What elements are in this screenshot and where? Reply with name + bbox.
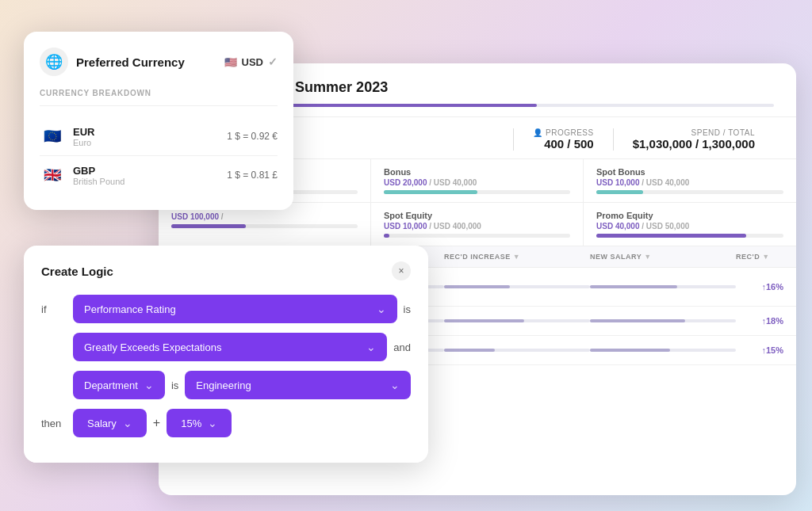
department-pill[interactable]: Department ⌄ <box>73 371 165 399</box>
spend-stat: SPEND / TOTAL $1,030,000 / 1,300,000 <box>613 128 774 151</box>
comp-card-values-r2: USD 40,000 / USD 50,000 <box>596 222 783 231</box>
increase-pct: ↑16% <box>736 282 783 292</box>
selected-currency-label: USD <box>242 56 263 68</box>
comp-card-values-r2: USD 10,000 / USD 400,000 <box>384 222 570 231</box>
currency-item-left: 🇬🇧 GBP British Pound <box>40 162 124 188</box>
currency-item[interactable]: 🇪🇺 EUR Euro 1 $ = 0.92 € <box>40 117 278 155</box>
new-salary-cell <box>590 319 736 322</box>
currency-item-left: 🇪🇺 EUR Euro <box>40 124 94 149</box>
currency-divider <box>40 105 278 106</box>
new-salary-cell <box>590 285 736 288</box>
currency-panel-header: 🌐 Preferred Currency 🇺🇸 USD ✓ <box>40 48 278 76</box>
salary-pill[interactable]: Salary ⌄ <box>73 409 147 437</box>
comp-card-label: Bonus <box>384 167 570 177</box>
chevron-down-icon-6: ⌄ <box>208 417 217 429</box>
currency-breakdown-label: CURRENCY BREAKDOWN <box>40 89 278 97</box>
comp-card: Spot Bonus USD 10,000 / USD 40,000 <box>584 159 796 202</box>
comp-bar-fill-r2 <box>596 234 746 238</box>
currency-list: 🇪🇺 EUR Euro 1 $ = 0.92 € 🇬🇧 GBP British … <box>40 117 278 194</box>
currency-panel: 🌐 Preferred Currency 🇺🇸 USD ✓ CURRENCY B… <box>24 32 293 210</box>
then-keyword: then <box>41 418 67 429</box>
logic-row-1: if Performance Rating ⌄ is <box>41 295 411 323</box>
currency-panel-left: 🌐 Preferred Currency <box>40 48 185 76</box>
increase-cell <box>444 349 590 352</box>
increase-cell <box>444 319 590 322</box>
filter-icon: ▼ <box>644 253 651 261</box>
and-operator: and <box>393 341 411 353</box>
spend-value: $1,030,000 / 1,300,000 <box>633 137 755 151</box>
globe-icon: 🌐 <box>40 48 68 76</box>
table-header-cell[interactable]: REC'D INCREASE ▼ <box>444 253 590 261</box>
is-operator-1: is <box>404 303 411 315</box>
table-header-cell[interactable]: NEW SALARY ▼ <box>590 253 736 261</box>
currency-rate: 1 $ = 0.92 € <box>227 131 278 142</box>
currency-full-name: British Pound <box>73 177 124 186</box>
currency-selector[interactable]: 🇺🇸 USD ✓ <box>224 55 278 68</box>
if-keyword: if <box>41 303 67 315</box>
comp-bar-bg-r2 <box>596 234 783 238</box>
chevron-down-icon-2: ⌄ <box>366 341 376 353</box>
performance-rating-pill[interactable]: Performance Rating ⌄ <box>73 295 397 323</box>
logic-panel: Create Logic × if Performance Rating ⌄ i… <box>24 246 428 463</box>
currency-rate: 1 $ = 0.81 £ <box>227 170 278 181</box>
comp-bar-bg <box>384 190 570 194</box>
progress-stat: 👤 PROGRESS 400 / 500 <box>513 128 612 151</box>
page-title: Summer 2023 <box>295 79 388 95</box>
logic-panel-header: Create Logic × <box>41 261 411 280</box>
currency-code: GBP <box>73 165 124 177</box>
logic-row-3: Department ⌄ is Engineering ⌄ <box>41 371 411 399</box>
comp-card-row2: Spot Equity USD 10,000 / USD 400,000 <box>371 203 584 246</box>
increase-pct: ↑18% <box>736 316 783 326</box>
currency-flag: 🇬🇧 <box>40 162 65 188</box>
increase-pct: ↑15% <box>736 345 783 355</box>
comp-bar-bg-r2 <box>384 234 570 238</box>
plus-operator: + <box>153 416 160 430</box>
comp-card-values: USD 10,000 / USD 40,000 <box>596 178 783 187</box>
logic-row-4: then Salary ⌄ + 15% ⌄ <box>41 409 411 437</box>
comp-card-label-r2: Spot Equity <box>384 211 570 220</box>
new-salary-cell <box>590 349 736 352</box>
comp-bar-bg-r2 <box>171 224 358 228</box>
logic-panel-title: Create Logic <box>41 265 113 278</box>
comp-bar-fill <box>596 190 643 194</box>
currency-code: EUR <box>73 126 94 138</box>
percent-pill[interactable]: 15% ⌄ <box>167 409 232 437</box>
is-operator-2: is <box>171 379 178 391</box>
chevron-down-icon-3: ⌄ <box>144 379 154 391</box>
people-icon: 👤 <box>533 128 543 137</box>
filter-icon: ▼ <box>513 253 520 261</box>
comp-card: Bonus USD 20,000 / USD 40,000 <box>371 159 584 202</box>
comp-card-row2: Promo Equity USD 40,000 / USD 50,000 <box>584 203 796 246</box>
progress-value: 400 / 500 <box>533 137 593 151</box>
comp-card-label: Spot Bonus <box>596 167 783 177</box>
currency-item[interactable]: 🇬🇧 GBP British Pound 1 $ = 0.81 £ <box>40 155 278 194</box>
currency-flag: 🇪🇺 <box>40 124 65 149</box>
comp-card-values-r2: USD 100,000 / <box>171 212 358 221</box>
fade-overlay <box>24 439 428 463</box>
comp-bar-bg <box>596 190 783 194</box>
chevron-down-icon: ⌄ <box>377 303 386 315</box>
table-header-cell[interactable]: REC'D ▼ <box>736 253 783 261</box>
comp-card-label-r2: Promo Equity <box>596 211 783 220</box>
logic-row-2: Greatly Exceeds Expectations ⌄ and <box>41 333 411 361</box>
usd-flag: 🇺🇸 <box>224 56 237 68</box>
chevron-down-icon-4: ⌄ <box>390 379 400 391</box>
close-button[interactable]: × <box>392 261 411 280</box>
currency-panel-title: Preferred Currency <box>76 55 185 69</box>
filter-icon: ▼ <box>762 253 769 261</box>
currency-full-name: Euro <box>73 138 94 147</box>
budget-stats: 👤 PROGRESS 400 / 500 SPEND / TOTAL $1,03… <box>513 128 774 151</box>
comp-card-values: USD 20,000 / USD 40,000 <box>384 178 570 187</box>
engineering-pill[interactable]: Engineering ⌄ <box>185 371 411 399</box>
comp-bar-fill-r2 <box>384 234 389 238</box>
increase-cell <box>444 285 590 288</box>
greatly-exceeds-pill[interactable]: Greatly Exceeds Expectations ⌄ <box>73 333 387 361</box>
comp-bar-fill <box>384 190 477 194</box>
check-icon: ✓ <box>268 55 278 68</box>
chevron-down-icon-5: ⌄ <box>123 417 132 429</box>
comp-bar-fill-r2 <box>171 224 246 228</box>
